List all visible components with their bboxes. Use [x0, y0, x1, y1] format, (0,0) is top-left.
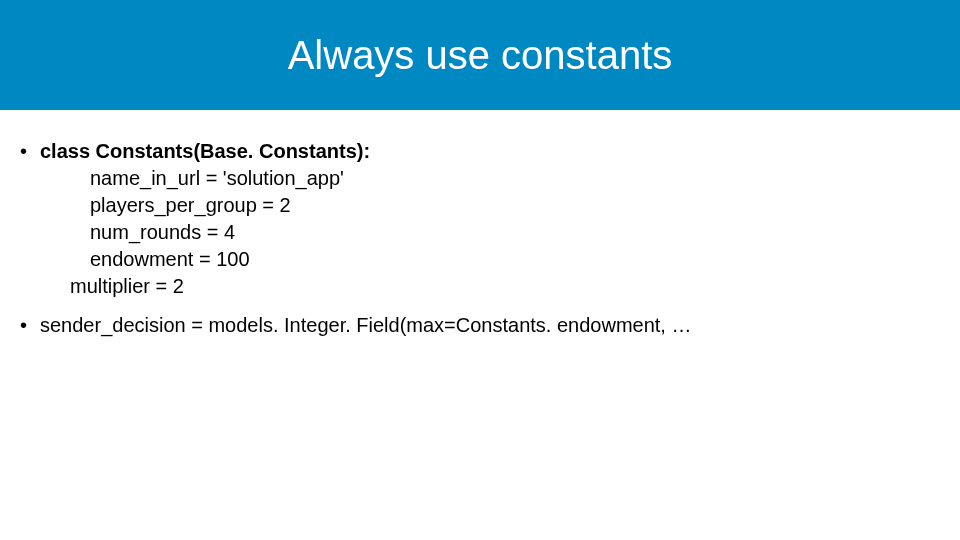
bullet-2-body: sender_decision = models. Integer. Field…	[40, 312, 940, 339]
slide-title: Always use constants	[288, 33, 673, 78]
bullet-1-body: class Constants(Base. Constants): name_i…	[40, 138, 940, 300]
code-line: players_per_group = 2	[40, 192, 940, 219]
code-line: num_rounds = 4	[40, 219, 940, 246]
slide: Always use constants • class Constants(B…	[0, 0, 960, 540]
slide-content: • class Constants(Base. Constants): name…	[0, 110, 960, 339]
bullet-2: • sender_decision = models. Integer. Fie…	[20, 312, 940, 339]
bullet-dot: •	[20, 312, 40, 339]
bullet-dot: •	[20, 138, 40, 300]
code-line: endowment = 100	[40, 246, 940, 273]
class-declaration: class Constants(Base. Constants):	[40, 138, 940, 165]
code-line: name_in_url = 'solution_app'	[40, 165, 940, 192]
sender-decision-line: sender_decision = models. Integer. Field…	[40, 314, 691, 336]
title-bar: Always use constants	[0, 0, 960, 110]
code-line-multiplier: multiplier = 2	[40, 273, 940, 300]
bullet-1: • class Constants(Base. Constants): name…	[20, 138, 940, 300]
